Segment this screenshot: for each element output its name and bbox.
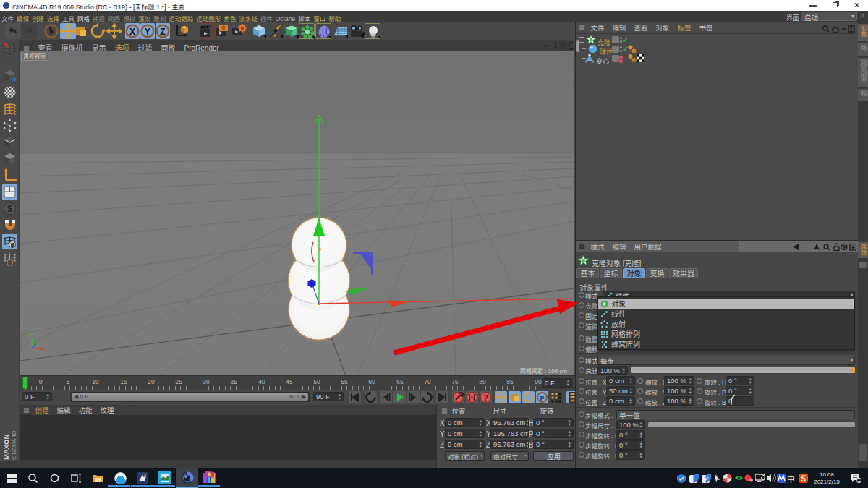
svg-text:1: 1 bbox=[858, 478, 861, 483]
svg-text:MAXON: MAXON bbox=[2, 435, 10, 461]
svg-text:Z: Z bbox=[160, 27, 165, 37]
svg-text:( ): ( ) bbox=[7, 258, 13, 266]
svg-text:X: X bbox=[129, 27, 135, 37]
svg-text:网格间距 : 100 cm: 网格间距 : 100 cm bbox=[520, 367, 567, 374]
svg-text:S: S bbox=[7, 204, 12, 214]
svg-text:P: P bbox=[540, 395, 544, 402]
svg-text:X: X bbox=[43, 348, 46, 353]
svg-text:CINEMA 4D: CINEMA 4D bbox=[11, 430, 17, 460]
svg-text:Y: Y bbox=[145, 27, 150, 37]
svg-text:Y: Y bbox=[30, 332, 33, 337]
svg-text:?: ? bbox=[483, 394, 488, 402]
